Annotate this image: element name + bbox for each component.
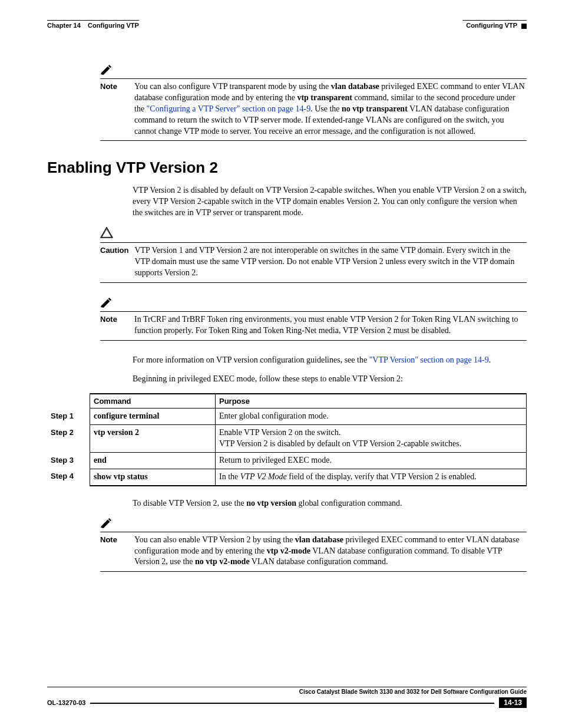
- link-vtp-version[interactable]: "VTP Version" section on page 14-9: [369, 355, 489, 364]
- running-header: Chapter 14 Configuring VTP Configuring V…: [47, 20, 527, 29]
- step-label: Step 1: [47, 409, 90, 425]
- chapter-label: Chapter 14: [47, 22, 81, 29]
- table-row: Step 4 show vtp status In the VTP V2 Mod…: [47, 469, 527, 485]
- link-config-vtp-server[interactable]: "Configuring a VTP Server" section on pa…: [147, 104, 311, 113]
- caution-block: Caution VTP Version 1 and VTP Version 2 …: [100, 227, 527, 283]
- footer: Cisco Catalyst Blade Switch 3130 and 303…: [47, 687, 527, 708]
- note-label: Note: [100, 535, 128, 568]
- caution-label: Caution: [100, 245, 128, 279]
- steps-table: Command Purpose Step 1 configure termina…: [47, 393, 527, 486]
- pencil-icon: [100, 297, 527, 310]
- caution-icon: [100, 227, 527, 241]
- footer-docnum: OL-13270-03: [47, 699, 85, 706]
- note-label: Note: [100, 81, 128, 137]
- footer-divider: [90, 703, 494, 704]
- caution-text: VTP Version 1 and VTP Version 2 are not …: [134, 245, 527, 279]
- moreinfo-paragraph: For more information on VTP version conf…: [133, 355, 527, 366]
- note-label: Note: [100, 314, 128, 337]
- table-header-command: Command: [90, 394, 216, 409]
- header-right: Configuring VTP: [462, 20, 527, 29]
- step-purpose: Enter global configuration mode.: [216, 409, 527, 425]
- chapter-title: Configuring VTP: [88, 22, 139, 29]
- step-command: vtp version 2: [90, 425, 216, 453]
- footer-pagenum: 14-13: [499, 697, 527, 708]
- note-block: Note You can also configure VTP transpar…: [100, 64, 527, 141]
- table-header-blank: [47, 394, 90, 409]
- header-section: Configuring VTP: [466, 22, 517, 29]
- begin-paragraph: Beginning in privileged EXEC mode, follo…: [133, 374, 527, 385]
- step-purpose: In the VTP V2 Mode field of the display,…: [216, 469, 527, 485]
- table-header-purpose: Purpose: [216, 394, 527, 409]
- table-row: Step 1 configure terminal Enter global c…: [47, 409, 527, 425]
- step-label: Step 2: [47, 425, 90, 453]
- disable-paragraph: To disable VTP Version 2, use the no vtp…: [133, 498, 527, 509]
- pencil-icon: [100, 518, 527, 531]
- pencil-icon: [100, 64, 527, 77]
- step-command: end: [90, 453, 216, 469]
- note-text: You can also enable VTP Version 2 by usi…: [134, 535, 527, 568]
- step-command: configure terminal: [90, 409, 216, 425]
- intro-paragraph: VTP Version 2 is disabled by default on …: [133, 185, 527, 219]
- note-block: Note You can also enable VTP Version 2 b…: [100, 518, 527, 572]
- note-text: You can also configure VTP transparent m…: [134, 81, 527, 137]
- content: Note You can also configure VTP transpar…: [47, 64, 527, 572]
- table-row: Step 2 vtp version 2 Enable VTP Version …: [47, 425, 527, 453]
- step-label: Step 4: [47, 469, 90, 485]
- page: Chapter 14 Configuring VTP Configuring V…: [0, 0, 562, 728]
- note-block: Note In TrCRF and TrBRF Token ring envir…: [100, 297, 527, 341]
- note-text: In TrCRF and TrBRF Token ring environmen…: [134, 314, 527, 337]
- table-row: Step 3 end Return to privileged EXEC mod…: [47, 453, 527, 469]
- step-purpose: Return to privileged EXEC mode.: [216, 453, 527, 469]
- step-purpose: Enable VTP Version 2 on the switch. VTP …: [216, 425, 527, 453]
- footer-guide-title: Cisco Catalyst Blade Switch 3130 and 303…: [47, 687, 527, 695]
- section-heading: Enabling VTP Version 2: [47, 159, 527, 177]
- step-command: show vtp status: [90, 469, 216, 485]
- header-left: Chapter 14 Configuring VTP: [47, 20, 139, 29]
- header-marker-icon: [521, 24, 527, 29]
- step-label: Step 3: [47, 453, 90, 469]
